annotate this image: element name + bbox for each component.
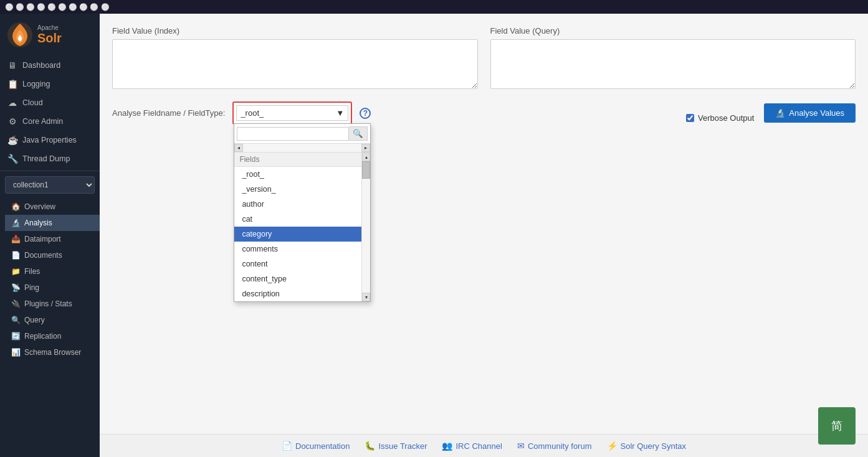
irc-channel-label: IRC Channel	[455, 441, 502, 451]
sidebar-item-overview-label: Overview	[24, 202, 55, 211]
footer: 📄 Documentation 🐛 Issue Tracker 👥 IRC Ch…	[100, 434, 868, 457]
scroll-down-btn[interactable]: ▾	[362, 293, 370, 301]
dropdown-items-list: Fields _root_ _version_ author cat categ…	[234, 153, 361, 301]
issue-tracker-link[interactable]: 🐛 Issue Tracker	[365, 441, 427, 451]
content-area: Field Value (Index) Field Value (Query) …	[100, 14, 868, 434]
sidebar-item-schema-browser-label: Schema Browser	[24, 348, 81, 357]
fieldname-dropdown: 🔍 ◂ ▸ Fields	[234, 123, 371, 302]
collection-selector[interactable]: collection1 collection2	[5, 176, 95, 194]
documents-icon: 📄	[11, 251, 21, 260]
scroll-up-btn[interactable]: ▴	[362, 153, 370, 161]
solr-query-syntax-link[interactable]: ⚡ Solr Query Syntax	[607, 441, 687, 451]
ping-icon: 📡	[11, 283, 21, 292]
sidebar-item-plugins-stats[interactable]: 🔌 Plugins / Stats	[5, 296, 100, 312]
sidebar-item-java-properties-label: Java Properties	[22, 136, 77, 144]
sidebar-item-java-properties[interactable]: ☕ Java Properties	[0, 131, 100, 149]
fieldname-selected-value: _root_	[241, 108, 264, 118]
dropdown-header: Fields	[234, 153, 361, 167]
thread-dump-icon: 🔧	[7, 154, 17, 164]
sidebar-item-logging-label: Logging	[22, 80, 50, 88]
analyse-label: Analyse Fieldname / FieldType:	[112, 108, 225, 118]
sidebar-item-ping[interactable]: 📡 Ping	[5, 280, 100, 296]
logo-apache-text: Apache	[37, 24, 62, 31]
scroll-left-btn[interactable]: ◂	[234, 144, 243, 152]
sidebar-item-ping-label: Ping	[24, 283, 39, 292]
sidebar-item-thread-dump[interactable]: 🔧 Thread Dump	[0, 149, 100, 168]
dropdown-outer: Fields _root_ _version_ author cat categ…	[234, 153, 370, 301]
irc-channel-link[interactable]: 👥 IRC Channel	[442, 441, 502, 451]
scroll-right-btn[interactable]: ▸	[361, 144, 370, 152]
dropdown-search-button[interactable]: 🔍	[349, 126, 368, 141]
top-nav-item[interactable]: ⚪ ⚪ ⚪ ⚪ ⚪ ⚪ ⚪ ⚪ ⚪ ⚪	[5, 3, 110, 11]
verbose-output-label: Verbose Output	[686, 113, 754, 123]
issue-tracker-label: Issue Tracker	[378, 441, 427, 451]
verbose-output-checkbox[interactable]	[686, 114, 694, 122]
core-admin-icon: ⚙	[7, 116, 17, 126]
collection-select[interactable]: collection1 collection2	[5, 176, 95, 194]
logo-area: Apache Solr	[0, 14, 100, 56]
community-forum-icon: ✉	[517, 441, 525, 451]
query-field-textarea[interactable]	[490, 39, 856, 89]
sidebar-item-dashboard[interactable]: 🖥 Dashboard	[0, 56, 100, 75]
sidebar-item-documents[interactable]: 📄 Documents	[5, 247, 100, 263]
fieldname-container: _root_ ▼ 🔍 ◂ ▸	[232, 101, 352, 125]
sidebar-item-schema-browser[interactable]: 📊 Schema Browser	[5, 344, 100, 360]
top-scroll-track	[243, 144, 361, 152]
sidebar-item-analysis[interactable]: 🔬 Analysis	[5, 215, 100, 231]
dashboard-icon: 🖥	[7, 60, 17, 70]
sidebar-item-dataimport-label: Dataimport	[24, 235, 61, 243]
sub-navigation: 🏠 Overview 🔬 Analysis 📥 Dataimport 📄 Doc…	[0, 199, 100, 360]
sidebar-item-files-label: Files	[24, 267, 40, 276]
sidebar-item-files[interactable]: 📁 Files	[5, 263, 100, 280]
dropdown-item-cat[interactable]: cat	[234, 212, 361, 227]
index-field-group: Field Value (Index)	[112, 26, 478, 89]
analysis-icon: 🔬	[11, 219, 21, 227]
dataimport-icon: 📥	[11, 235, 21, 243]
analyse-values-button[interactable]: 🔬 Analyse Values	[764, 103, 856, 123]
dropdown-item-root[interactable]: _root_	[234, 167, 361, 182]
query-field-group: Field Value (Query)	[490, 26, 856, 89]
dropdown-list: _root_ _version_ author cat category com…	[234, 167, 361, 301]
sidebar-item-core-admin[interactable]: ⚙ Core Admin	[0, 112, 100, 131]
app-layout: Apache Solr 🖥 Dashboard 📋 Logging ☁ Clou…	[0, 14, 868, 457]
dropdown-item-version[interactable]: _version_	[234, 182, 361, 197]
dropdown-item-description[interactable]: description	[234, 286, 361, 301]
sidebar-item-cloud[interactable]: ☁ Cloud	[0, 93, 100, 112]
sidebar-item-overview[interactable]: 🏠 Overview	[5, 199, 100, 215]
query-icon: 🔍	[11, 316, 21, 324]
solr-query-syntax-label: Solr Query Syntax	[621, 441, 687, 451]
documentation-link[interactable]: 📄 Documentation	[282, 441, 350, 451]
sidebar-item-logging[interactable]: 📋 Logging	[0, 75, 100, 93]
sidebar-item-core-admin-label: Core Admin	[22, 117, 63, 126]
help-icon[interactable]: ?	[360, 108, 371, 119]
cloud-icon: ☁	[7, 98, 17, 108]
query-field-label: Field Value (Query)	[490, 26, 856, 35]
dropdown-item-category[interactable]: category	[234, 227, 361, 242]
dropdown-search-bar: 🔍	[234, 124, 370, 144]
sidebar-item-dataimport[interactable]: 📥 Dataimport	[5, 231, 100, 247]
dropdown-item-content[interactable]: content	[234, 257, 361, 271]
sidebar-item-query-label: Query	[24, 316, 45, 324]
top-navigation-bar: ⚪ ⚪ ⚪ ⚪ ⚪ ⚪ ⚪ ⚪ ⚪ ⚪	[0, 0, 868, 14]
documentation-icon: 📄	[282, 441, 292, 451]
community-forum-link[interactable]: ✉ Community forum	[517, 441, 592, 451]
sidebar-item-query[interactable]: 🔍 Query	[5, 312, 100, 328]
dropdown-item-author[interactable]: author	[234, 197, 361, 212]
sidebar-item-replication-label: Replication	[24, 332, 61, 341]
issue-tracker-icon: 🐛	[365, 441, 375, 451]
sidebar-item-thread-dump-label: Thread Dump	[22, 154, 70, 163]
scroll-thumb[interactable]	[362, 161, 370, 179]
analyse-row: Analyse Fieldname / FieldType: _root_ ▼ …	[112, 101, 856, 125]
irc-channel-icon: 👥	[442, 441, 452, 451]
analyse-values-icon: 🔬	[775, 108, 785, 118]
fieldname-select-display[interactable]: _root_ ▼	[236, 105, 348, 121]
plugins-stats-icon: 🔌	[11, 299, 21, 308]
dropdown-item-content-type[interactable]: content_type	[234, 271, 361, 286]
dropdown-search-input[interactable]	[237, 127, 349, 141]
index-field-textarea[interactable]	[112, 39, 478, 89]
sidebar-navigation: 🖥 Dashboard 📋 Logging ☁ Cloud ⚙ Core Adm…	[0, 56, 100, 457]
logo-solr-text: Solr	[37, 31, 62, 45]
dropdown-item-comments[interactable]: comments	[234, 242, 361, 257]
sidebar-item-replication[interactable]: 🔄 Replication	[5, 328, 100, 344]
dropdown-arrow-icon: ▼	[336, 108, 345, 118]
